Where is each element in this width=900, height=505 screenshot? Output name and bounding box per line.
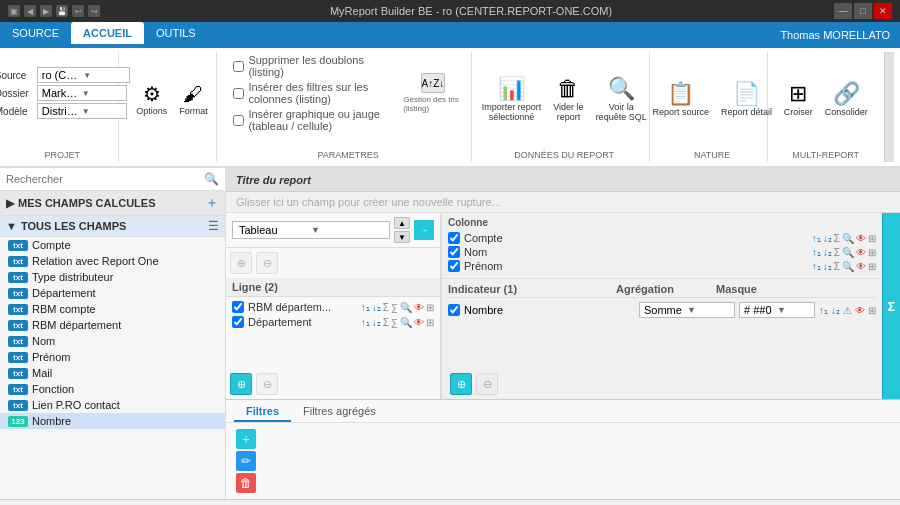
tableau-add-btn[interactable]: → [414, 220, 434, 240]
field-item-lien[interactable]: txt Lien P.RO contact [0, 397, 225, 413]
filter-del-btn[interactable]: 🗑 [236, 473, 256, 493]
col-prenom-search[interactable]: 🔍 [842, 261, 854, 272]
col-sort1[interactable]: ↑₁ [812, 233, 821, 244]
search-icon[interactable]: 🔍 [204, 172, 219, 186]
col-prenom-sort2[interactable]: ↓₂ [823, 261, 832, 272]
undo-icon[interactable]: ↩ [72, 5, 84, 17]
import-button[interactable]: 📊 Importer reportsélectionné [478, 76, 546, 124]
filter-edit-btn[interactable]: ✏ [236, 451, 256, 471]
report-detail-button[interactable]: 📄 Report détail [717, 81, 776, 119]
col-eye[interactable]: 👁 [856, 233, 866, 244]
count-icon[interactable]: ∑ [391, 302, 398, 313]
col-nom-sort1[interactable]: ↑₁ [812, 247, 821, 258]
col-nom-grid[interactable]: ⊞ [868, 247, 876, 258]
ind-cb-nombre[interactable] [448, 304, 460, 316]
col-nom-search[interactable]: 🔍 [842, 247, 854, 258]
eye-icon2[interactable]: 👁 [414, 317, 424, 328]
col-grid[interactable]: ⊞ [868, 233, 876, 244]
count-icon2[interactable]: ∑ [391, 317, 398, 328]
col-nom-eye[interactable]: 👁 [856, 247, 866, 258]
sort-asc-icon2[interactable]: ↑₁ [361, 317, 370, 328]
field-item-dept[interactable]: txt Département [0, 285, 225, 301]
col-prenom-grid[interactable]: ⊞ [868, 261, 876, 272]
check3-input[interactable] [233, 115, 244, 126]
back-icon[interactable]: ◀ [24, 5, 36, 17]
col-prenom-eye[interactable]: 👁 [856, 261, 866, 272]
croiser-button[interactable]: ⊞ Croiser [780, 81, 817, 119]
grid-icon[interactable]: ⊞ [426, 302, 434, 313]
tableau-nav-up[interactable]: ▲ [394, 217, 410, 229]
field-item-compte[interactable]: txt Compte [0, 237, 225, 253]
tableau-action-btn2[interactable]: ⊖ [256, 252, 278, 274]
col-nom-sum[interactable]: Σ [834, 247, 840, 258]
tab-source[interactable]: SOURCE [0, 22, 71, 44]
ind-agg-select[interactable]: Somme ▼ [639, 302, 735, 318]
add-calcule-icon[interactable]: ＋ [205, 194, 219, 212]
ind-add-btn[interactable]: ⊕ [450, 373, 472, 395]
filter-tab-agregees[interactable]: Filtres agrégés [291, 402, 388, 422]
check2-input[interactable] [233, 88, 244, 99]
vider-button[interactable]: 🗑 Vider lereport [549, 76, 587, 124]
col-sort2[interactable]: ↓₂ [823, 233, 832, 244]
field-item-mail[interactable]: txt Mail [0, 365, 225, 381]
colonne-cb-prenom[interactable] [448, 260, 460, 272]
save-icon[interactable]: 💾 [56, 5, 68, 17]
colonne-cb-nom[interactable] [448, 246, 460, 258]
grid-icon2[interactable]: ⊞ [426, 317, 434, 328]
sort-desc-icon2[interactable]: ↓₂ [372, 317, 381, 328]
ind-eye[interactable]: 👁 [855, 305, 865, 316]
field-item-rbm-compte[interactable]: txt RBM compte [0, 301, 225, 317]
maximize-button[interactable]: □ [854, 3, 872, 19]
filter-tab-filtres[interactable]: Filtres [234, 402, 291, 422]
source-select[interactable]: ro (CENTER.REPORT-O... ▼ [37, 67, 130, 83]
search-field-icon[interactable]: 🔍 [400, 302, 412, 313]
tableau-select[interactable]: Tableau ▼ [232, 221, 390, 239]
tableau-nav-down[interactable]: ▼ [394, 231, 410, 243]
colonne-cb-compte[interactable] [448, 232, 460, 244]
field-item-nombre[interactable]: 123 Nombre [0, 413, 225, 429]
tab-outils[interactable]: OUTILS [144, 22, 208, 44]
field-item-type[interactable]: txt Type distributeur [0, 269, 225, 285]
report-source-button[interactable]: 📋 Report source [648, 81, 713, 119]
sort-asc-icon[interactable]: ↑₁ [361, 302, 370, 313]
col-nom-sort2[interactable]: ↓₂ [823, 247, 832, 258]
eye-icon[interactable]: 👁 [414, 302, 424, 313]
voir-button[interactable]: 🔍 Voir larequête SQL [592, 76, 651, 124]
ribbon-scrollbar[interactable] [884, 52, 894, 162]
col-sum[interactable]: Σ [834, 233, 840, 244]
tab-accueil[interactable]: ACCUEIL [71, 22, 144, 44]
minimize-button[interactable]: — [834, 3, 852, 19]
ind-mask-select[interactable]: # ##0 ▼ [739, 302, 815, 318]
dossier-select[interactable]: Marketing ▼ [37, 85, 127, 101]
ind-warn[interactable]: ⚠ [843, 305, 852, 316]
ind-grid[interactable]: ⊞ [868, 305, 876, 316]
ind-sort2[interactable]: ↓₂ [831, 305, 840, 316]
sigma-btn[interactable]: Σ [882, 213, 900, 399]
section-header-calcules[interactable]: ▶ MES CHAMPS CALCULES ＋ [0, 191, 225, 216]
search-input[interactable] [6, 173, 204, 185]
sort-asc-btn[interactable]: A↑Z↓ [421, 73, 445, 93]
section-header-champs[interactable]: ▼ TOUS LES CHAMPS ☰ [0, 216, 225, 237]
tableau-action-btn1[interactable]: ⊕ [230, 252, 252, 274]
search-field-icon2[interactable]: 🔍 [400, 317, 412, 328]
format-button[interactable]: 🖌 Format [175, 82, 212, 118]
sort-desc-icon[interactable]: ↓₂ [372, 302, 381, 313]
check1-input[interactable] [233, 61, 244, 72]
forward-icon[interactable]: ▶ [40, 5, 52, 17]
field-item-nom[interactable]: txt Nom [0, 333, 225, 349]
menu-champs-icon[interactable]: ☰ [208, 219, 219, 233]
field-item-relation[interactable]: txt Relation avec Report One [0, 253, 225, 269]
sum-icon2[interactable]: Σ [383, 317, 389, 328]
ind-remove-btn[interactable]: ⊖ [476, 373, 498, 395]
field-item-prenom[interactable]: txt Prénom [0, 349, 225, 365]
filter-add-btn[interactable]: ＋ [236, 429, 256, 449]
ligne-cb-dept[interactable] [232, 316, 244, 328]
sum-icon[interactable]: Σ [383, 302, 389, 313]
field-item-fonction[interactable]: txt Fonction [0, 381, 225, 397]
col-prenom-sort1[interactable]: ↑₁ [812, 261, 821, 272]
options-button[interactable]: ⚙ Options [132, 82, 171, 118]
ind-sort1[interactable]: ↑₁ [819, 305, 828, 316]
modele-select[interactable]: Distributeurs ▼ [37, 103, 127, 119]
ligne-add-btn[interactable]: ⊕ [230, 373, 252, 395]
ligne-remove-btn[interactable]: ⊖ [256, 373, 278, 395]
